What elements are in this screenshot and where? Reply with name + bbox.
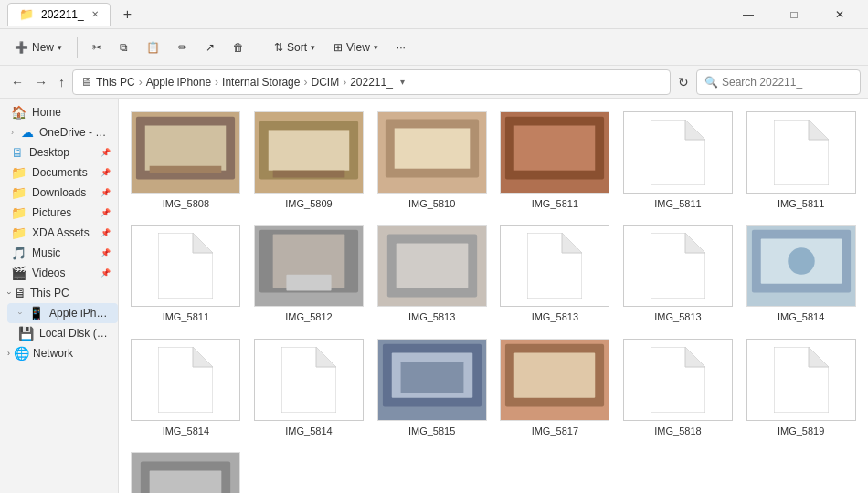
list-item[interactable]: IMG_5812 <box>249 219 369 329</box>
list-item[interactable]: IMG_5811 <box>741 106 861 215</box>
filename: IMG_5818 <box>654 425 701 437</box>
svg-rect-7 <box>273 171 345 178</box>
list-item[interactable]: IMG_5814 <box>126 333 246 443</box>
back-button[interactable]: ← <box>7 71 27 93</box>
list-item[interactable]: IMG_5815 <box>372 333 492 443</box>
filename: IMG_5814 <box>778 310 824 323</box>
paste-button[interactable]: 📋 <box>139 37 167 58</box>
new-button[interactable]: ➕ New ▾ <box>7 37 69 58</box>
filename: IMG_5815 <box>408 425 455 437</box>
pin-icon-music: 📌 <box>101 248 111 257</box>
sidebar-documents-label: Documents <box>32 166 95 179</box>
titlebar-left: 📁 202211_ ✕ + <box>7 3 137 26</box>
list-item[interactable]: IMG_5813 <box>372 219 492 329</box>
list-item[interactable]: IMG_5814 <box>249 333 369 443</box>
documents-icon: 📁 <box>11 165 26 180</box>
breadcrumb-dcim: DCIM <box>311 76 339 89</box>
pictures-icon: 📁 <box>11 205 26 220</box>
new-tab-button[interactable]: + <box>118 6 137 23</box>
sidebar-item-downloads[interactable]: 📁 Downloads 📌 <box>0 183 118 203</box>
sidebar-home-label: Home <box>32 106 111 119</box>
sidebar-thispc-label: This PC <box>30 287 69 299</box>
list-item[interactable]: IMG_5813 <box>495 219 615 329</box>
svg-rect-42 <box>400 362 463 393</box>
delete-button[interactable]: 🗑 <box>226 37 251 58</box>
main-layout: 🏠 Home › ☁ OneDrive - Persona 🖥 Desktop … <box>0 99 868 493</box>
view-dropdown-icon: ▾ <box>374 43 378 52</box>
breadcrumb-bar[interactable]: 🖥 This PC › Apple iPhone › Internal Stor… <box>72 69 671 95</box>
sidebar-group-thispc[interactable]: › 🖥 This PC <box>0 283 118 303</box>
cut-icon: ✂ <box>92 41 101 54</box>
sidebar-item-documents[interactable]: 📁 Documents 📌 <box>0 163 118 183</box>
breadcrumb-sep-4: › <box>343 76 346 89</box>
sidebar-item-local-disk[interactable]: 💾 Local Disk (C:) <box>7 323 118 343</box>
sidebar-item-xda[interactable]: 📁 XDA Assets 📌 <box>0 223 118 243</box>
sidebar-music-label: Music <box>32 246 95 259</box>
view-button[interactable]: ⊞ View ▾ <box>326 37 386 58</box>
svg-rect-2 <box>145 126 227 171</box>
sidebar-item-onedrive[interactable]: › ☁ OneDrive - Persona <box>0 122 118 142</box>
list-item[interactable]: IMG_5811 <box>495 106 615 215</box>
up-button[interactable]: ↑ <box>55 71 69 93</box>
breadcrumb-sep-1: › <box>139 76 143 89</box>
more-button[interactable]: ··· <box>389 37 413 58</box>
maximize-button[interactable]: □ <box>773 0 815 29</box>
sidebar-item-desktop[interactable]: 🖥 Desktop 📌 <box>0 142 118 163</box>
pin-icon-downloads: 📌 <box>101 188 111 197</box>
sidebar-item-home[interactable]: 🏠 Home <box>0 102 118 122</box>
list-item[interactable]: IMG_5811 <box>619 106 738 215</box>
network-icon: 🌐 <box>14 346 29 361</box>
cut-button[interactable]: ✂ <box>85 37 109 58</box>
forward-button[interactable]: → <box>31 71 51 93</box>
search-input[interactable] <box>722 76 850 89</box>
new-dropdown-icon: ▾ <box>58 43 62 52</box>
active-tab[interactable]: 📁 202211_ ✕ <box>7 3 111 26</box>
list-item[interactable]: IMG_5809 <box>249 106 369 215</box>
sort-icon: ⇅ <box>274 41 283 54</box>
copy-button[interactable]: ⧉ <box>112 37 135 58</box>
sidebar-group-network[interactable]: › 🌐 Network <box>0 343 118 363</box>
list-item[interactable]: IMG_5820 <box>126 446 246 493</box>
toolbar-sep-2 <box>259 37 259 58</box>
filename: IMG_5817 <box>532 425 578 437</box>
rename-button[interactable]: ✏ <box>171 37 195 58</box>
list-item[interactable]: IMG_5813 <box>619 219 738 329</box>
search-bar: 🔍 <box>696 69 861 95</box>
sidebar-item-music[interactable]: 🎵 Music 📌 <box>0 243 118 263</box>
share-button[interactable]: ↗ <box>198 37 222 58</box>
filename: IMG_5813 <box>654 310 701 323</box>
list-item[interactable]: IMG_5819 <box>741 333 861 443</box>
thispc-chevron-icon: › <box>5 292 14 295</box>
tab-close-button[interactable]: ✕ <box>91 9 99 19</box>
breadcrumb-internal-storage: Internal Storage <box>222 76 300 89</box>
svg-rect-10 <box>394 128 470 168</box>
list-item[interactable]: IMG_5818 <box>619 333 738 443</box>
sidebar-item-apple-iphone[interactable]: › 📱 Apple iPhone <box>7 303 118 323</box>
filename: IMG_5811 <box>163 310 209 323</box>
sidebar-downloads-label: Downloads <box>32 186 95 199</box>
sidebar: 🏠 Home › ☁ OneDrive - Persona 🖥 Desktop … <box>0 99 119 493</box>
svg-rect-3 <box>150 166 222 173</box>
sidebar-item-videos[interactable]: 🎬 Videos 📌 <box>0 263 118 283</box>
minimize-button[interactable]: — <box>727 0 769 29</box>
list-item[interactable]: IMG_5808 <box>126 106 246 215</box>
list-item[interactable]: IMG_5811 <box>126 219 246 329</box>
list-item[interactable]: IMG_5810 <box>372 106 492 215</box>
network-chevron-icon: › <box>7 349 10 358</box>
music-icon: 🎵 <box>11 246 26 260</box>
sidebar-item-pictures[interactable]: 📁 Pictures 📌 <box>0 203 118 223</box>
breadcrumb-folder: 202211_ <box>350 76 393 89</box>
refresh-button[interactable]: ↻ <box>674 71 693 93</box>
list-item[interactable]: IMG_5814 <box>741 219 861 329</box>
svg-point-34 <box>788 248 815 276</box>
close-button[interactable]: ✕ <box>819 0 861 29</box>
content-area: IMG_5808 IMG_5809 IMG_5810 IMG_5811 <box>119 99 868 493</box>
folder-icon: 📁 <box>19 7 34 21</box>
onedrive-icon: ☁ <box>21 125 34 140</box>
list-item[interactable]: IMG_5817 <box>495 333 615 443</box>
more-icon: ··· <box>397 41 406 54</box>
sort-button[interactable]: ⇅ Sort ▾ <box>267 37 323 58</box>
filename: IMG_5813 <box>532 310 578 323</box>
breadcrumb-dropdown-button[interactable]: ▾ <box>400 77 405 87</box>
toolbar-sep-1 <box>77 37 78 58</box>
